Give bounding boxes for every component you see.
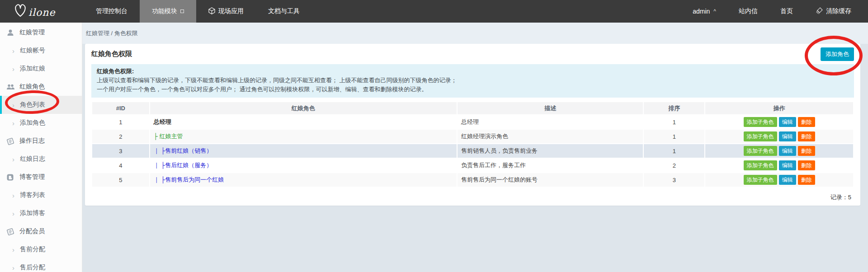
cell-id: 3	[92, 144, 149, 158]
heart-m-icon	[14, 3, 27, 20]
cell-actions: 添加子角色编辑删除	[705, 159, 853, 172]
add-child-role-button[interactable]: 添加子角色	[744, 146, 777, 156]
delete-button[interactable]: 删除	[798, 117, 815, 127]
sidebar-section-operation-log[interactable]: 操作日志	[0, 132, 82, 150]
cell-id: 1	[92, 115, 149, 129]
nav-item-label: 清除缓存	[826, 7, 851, 15]
add-child-role-button[interactable]: 添加子角色	[744, 175, 777, 185]
sidebar-item-aftersale-assign[interactable]: › 售后分配	[0, 258, 82, 272]
user-icon	[6, 29, 14, 36]
nav-item-label: 首页	[780, 7, 793, 15]
chevron-right-icon: ›	[12, 156, 14, 163]
sidebar-section-blog-mgmt[interactable]: 博客管理	[0, 168, 82, 186]
users-icon	[6, 83, 14, 90]
sidebar-item-label: 售前分配	[20, 245, 45, 253]
navbar-right: admin ^ 站内信 首页 清除缓存	[681, 0, 868, 23]
chevron-right-icon: ›	[12, 66, 14, 72]
sidebar-item-add-blog[interactable]: › 添加博客	[0, 204, 82, 222]
sidebar-item-label: 分配会员	[19, 227, 45, 235]
notice-line: 一个用户对应一个角色，一个角色可以对应多个用户； 通过角色可以控制模块权限，可以…	[97, 85, 849, 94]
logo-text: ilone	[28, 7, 56, 18]
admin-page: ilone 管理控制台 功能模块 现场应用 文档与工具 admin	[0, 0, 868, 272]
record-count: 记录：5	[91, 188, 854, 202]
cell-role: ｜ ├售前红娘（销售）	[150, 144, 457, 158]
brush-icon	[816, 7, 823, 16]
add-role-button[interactable]: 添加角色	[821, 47, 854, 61]
sidebar-item-label: 博客列表	[20, 191, 45, 199]
grid-box-icon	[180, 9, 184, 13]
sidebar-item-presale-assign[interactable]: › 售前分配	[0, 240, 82, 258]
log-icon	[6, 228, 14, 235]
sidebar: 红娘管理 › 红娘帐号 › 添加红娘 红娘角色 › 角色列表 › 添加角色	[0, 23, 82, 272]
delete-button[interactable]: 删除	[798, 175, 815, 185]
cell-actions: 添加子角色编辑删除	[705, 173, 853, 187]
cell-sort: 1	[644, 130, 704, 143]
table-header-row: #ID 红娘角色 描述 排序 操作	[92, 102, 853, 114]
sidebar-item-role-list[interactable]: › 角色列表	[0, 96, 82, 114]
cell-role: ├ 红娘主管	[150, 130, 457, 143]
nav-item-label: 站内信	[739, 7, 758, 15]
sidebar-item-matchmaker-log[interactable]: › 红娘日志	[0, 150, 82, 168]
cell-sort: 3	[644, 173, 704, 187]
sidebar-item-blog-list[interactable]: › 博客列表	[0, 186, 82, 204]
cell-id: 2	[92, 130, 149, 143]
table-row: 4 ｜ ├售后红娘（服务） 负责售后工作，服务工作 2 添加子角色编辑删除	[92, 159, 853, 172]
chevron-right-icon: ›	[12, 246, 14, 253]
nav-item-home[interactable]: 首页	[769, 0, 804, 23]
cell-desc: 售前售后为同一个红娘的账号	[458, 173, 643, 187]
user-menu[interactable]: admin ^	[681, 0, 727, 23]
col-header-desc: 描述	[458, 102, 643, 114]
cell-actions: 添加子角色编辑删除	[705, 115, 853, 129]
sidebar-item-add-role[interactable]: › 添加角色	[0, 114, 82, 132]
log-icon	[6, 137, 14, 145]
sidebar-item-label: 红娘帐号	[20, 47, 45, 55]
sidebar-item-label: 红娘管理	[19, 28, 45, 37]
sidebar-section-matchmaker-mgmt[interactable]: 红娘管理	[0, 23, 82, 42]
chevron-right-icon: ›	[12, 192, 14, 199]
cell-role: ｜ ├售前售后为同一个红娘	[150, 173, 457, 187]
cell-id: 4	[92, 159, 149, 172]
edit-button[interactable]: 编辑	[779, 160, 796, 170]
nav-item-label: 文档与工具	[268, 7, 300, 15]
caret-up-icon: ^	[713, 8, 716, 14]
sidebar-item-matchmaker-accounts[interactable]: › 红娘帐号	[0, 42, 82, 60]
add-child-role-button[interactable]: 添加子角色	[744, 117, 777, 127]
nav-item-docs[interactable]: 文档与工具	[256, 0, 312, 23]
table-row: 1 总经理 总经理 1 添加子角色编辑删除	[92, 115, 853, 129]
role-link[interactable]: ├ 红娘主管	[154, 133, 183, 140]
role-link[interactable]: ｜ ├售后红娘（服务）	[154, 162, 212, 169]
sidebar-section-assign-members[interactable]: 分配会员	[0, 222, 82, 240]
roles-table: #ID 红娘角色 描述 排序 操作 1 总经理 总经理 1	[91, 101, 854, 188]
add-child-role-button[interactable]: 添加子角色	[744, 131, 777, 141]
sidebar-section-matchmaker-roles[interactable]: 红娘角色	[0, 78, 82, 96]
sidebar-item-label: 添加红娘	[20, 65, 45, 73]
chevron-right-icon: ›	[12, 120, 14, 127]
nav-item-label: 现场应用	[218, 7, 244, 15]
cell-desc: 红娘经理演示角色	[458, 130, 643, 143]
add-child-role-button[interactable]: 添加子角色	[744, 160, 777, 170]
edit-button[interactable]: 编辑	[779, 175, 796, 185]
edit-button[interactable]: 编辑	[779, 131, 796, 141]
nav-item-modules[interactable]: 功能模块	[140, 0, 196, 23]
sidebar-item-add-matchmaker[interactable]: › 添加红娘	[0, 60, 82, 78]
col-header-role: 红娘角色	[150, 102, 457, 114]
role-link[interactable]: 总经理	[154, 118, 171, 125]
col-header-actions: 操作	[705, 102, 853, 114]
cell-desc: 负责售后工作，服务工作	[458, 159, 643, 172]
role-link[interactable]: ｜ ├售前红娘（销售）	[154, 147, 212, 154]
logo[interactable]: ilone	[0, 0, 84, 23]
edit-button[interactable]: 编辑	[779, 117, 796, 127]
delete-button[interactable]: 删除	[798, 131, 815, 141]
page-title: 红娘角色权限	[91, 50, 132, 58]
nav-item-live-app[interactable]: 现场应用	[196, 0, 256, 23]
nav-item-messages[interactable]: 站内信	[727, 0, 769, 23]
edit-button[interactable]: 编辑	[779, 146, 796, 156]
nav-item-clear-cache[interactable]: 清除缓存	[804, 0, 863, 23]
delete-button[interactable]: 删除	[798, 160, 815, 170]
delete-button[interactable]: 删除	[798, 146, 815, 156]
role-link[interactable]: ｜ ├售前售后为同一个红娘	[154, 176, 224, 183]
breadcrumb: 红娘管理 / 角色权限	[82, 23, 868, 44]
table-row: 2 ├ 红娘主管 红娘经理演示角色 1 添加子角色编辑删除	[92, 130, 853, 143]
sidebar-item-label: 红娘角色	[19, 83, 45, 91]
nav-item-console[interactable]: 管理控制台	[84, 0, 140, 23]
